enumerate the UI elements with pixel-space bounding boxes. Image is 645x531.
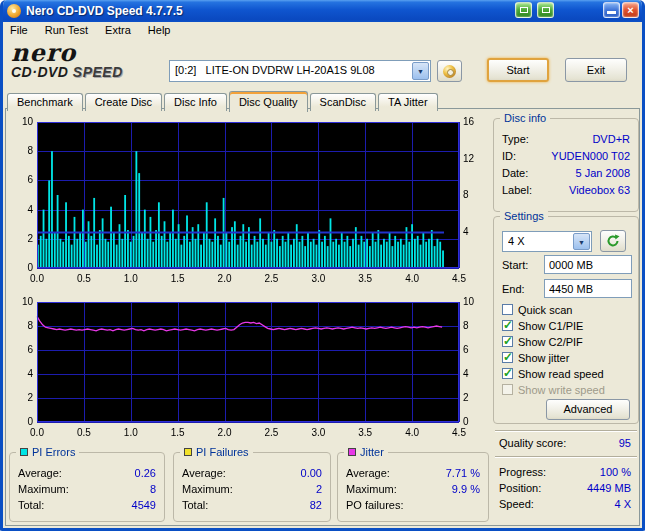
- menu-run-test[interactable]: Run Test: [38, 22, 95, 39]
- checkbox-quick-scan[interactable]: Quick scan: [502, 303, 572, 316]
- scan-speed-select[interactable]: 4 X ▼: [502, 231, 592, 252]
- nero-logo-brand: nero: [11, 42, 166, 64]
- window-title: Nero CD-DVD Speed 4.7.7.5: [26, 4, 183, 18]
- close-button[interactable]: ×: [622, 2, 639, 18]
- pi-failures-panel-legend: PI Failures: [180, 446, 253, 458]
- menu-extra[interactable]: Extra: [98, 22, 138, 39]
- app-icon: [7, 4, 21, 18]
- stat-label: Maximum:: [346, 483, 397, 495]
- refresh-button[interactable]: [600, 230, 626, 252]
- tab-benchmark[interactable]: Benchmark: [7, 93, 83, 111]
- checkbox-show-jitter[interactable]: Show jitter: [502, 351, 569, 364]
- checkbox-label: Show C1/PIE: [518, 320, 583, 332]
- jitter-color-chip: [348, 448, 356, 456]
- disc-id-label: ID:: [502, 150, 516, 162]
- disc-info-title: Disc info: [500, 112, 550, 124]
- panel-title: PI Errors: [32, 446, 75, 458]
- drive-select-value: [0:2] LITE-ON DVDRW LH-20A1S 9L08: [175, 64, 375, 76]
- panel-title: Jitter: [360, 446, 384, 458]
- progress-value: 100 %: [600, 466, 631, 478]
- stat-label: Maximum:: [18, 483, 69, 495]
- tab-disc-info[interactable]: Disc Info: [164, 93, 227, 111]
- disc-date-value: 5 Jan 2008: [576, 167, 630, 179]
- disc-label-label: Label:: [502, 184, 532, 196]
- checkbox-icon: [502, 304, 513, 315]
- divider: [495, 430, 637, 432]
- progress-label: Progress:: [499, 466, 546, 478]
- start-position-input[interactable]: [544, 255, 632, 274]
- stat-value: 82: [310, 499, 322, 511]
- nero-logo-speed: SPEED: [73, 64, 123, 80]
- scan-speed-value: 4 X: [508, 235, 525, 247]
- advanced-button[interactable]: Advanced: [546, 399, 630, 420]
- jitter-panel-legend: Jitter: [344, 446, 388, 458]
- menubar: File Run Test Extra Help: [3, 22, 642, 40]
- end-position-input[interactable]: [544, 279, 632, 298]
- settings-panel: Settings 4 X ▼ Start: End: Quick scan Sh…: [493, 216, 639, 424]
- stat-label: Average:: [182, 467, 226, 479]
- start-position-label: Start:: [502, 259, 528, 271]
- checkbox-label: Show C2/PIF: [518, 336, 583, 348]
- checkbox-label: Quick scan: [518, 304, 572, 316]
- chevron-down-icon[interactable]: ▼: [573, 233, 590, 250]
- quality-score-value: 95: [619, 437, 631, 449]
- chevron-down-icon[interactable]: ▼: [412, 62, 429, 80]
- minimize-button[interactable]: [603, 2, 620, 18]
- jitter-panel: Jitter Average: 7.71 % Maximum: 9.9 % PO…: [337, 452, 489, 522]
- menu-file[interactable]: File: [3, 22, 35, 39]
- position-value: 4449 MB: [587, 482, 631, 494]
- stat-label: Average:: [346, 467, 390, 479]
- tab-disc-quality[interactable]: Disc Quality: [229, 91, 308, 112]
- stat-value: 8: [150, 483, 156, 495]
- exit-button[interactable]: Exit: [565, 58, 627, 82]
- pi-failures-panel: PI Failures Average: 0.00 Maximum: 2 Tot…: [173, 452, 331, 522]
- checkbox-show-c1-pie[interactable]: Show C1/PIE: [502, 319, 583, 332]
- stat-value: 0.26: [135, 467, 156, 479]
- disc-id-value: YUDEN000 T02: [551, 150, 630, 162]
- checkbox-icon: [502, 336, 513, 347]
- stat-value: 4549: [132, 499, 156, 511]
- stat-label: PO failures:: [346, 499, 403, 511]
- tab-scandisc[interactable]: ScanDisc: [310, 93, 376, 111]
- checkbox-show-c2-pif[interactable]: Show C2/PIF: [502, 335, 583, 348]
- disc-label-value: Videobox 63: [569, 184, 630, 196]
- tab-bar: Benchmark Create Disc Disc Info Disc Qua…: [7, 89, 440, 110]
- checkbox-label: Show read speed: [518, 368, 604, 380]
- position-label: Position:: [499, 482, 541, 494]
- start-button[interactable]: Start: [487, 58, 549, 82]
- disc-info-panel: Disc info Type: DVD+R ID: YUDEN000 T02 D…: [493, 118, 639, 212]
- nero-logo: nero CD·DVD SPEED: [11, 42, 166, 88]
- quality-score-label: Quality score:: [499, 437, 566, 449]
- checkbox-show-write-speed[interactable]: Show write speed: [502, 383, 605, 396]
- titlebar[interactable]: Nero CD-DVD Speed 4.7.7.5 ×: [3, 0, 642, 22]
- minimize-icon: [607, 11, 616, 14]
- tab-create-disc[interactable]: Create Disc: [85, 93, 162, 111]
- speed-value: 4 X: [614, 498, 631, 510]
- stat-value: 0.00: [301, 467, 322, 479]
- drive-tool-button[interactable]: [437, 60, 462, 82]
- speed-label: Speed:: [499, 498, 534, 510]
- pie-color-chip: [20, 448, 28, 456]
- end-position-label: End:: [502, 283, 525, 295]
- stat-label: Total:: [182, 499, 208, 511]
- checkbox-icon: [502, 384, 513, 395]
- tab-ta-jitter[interactable]: TA Jitter: [378, 93, 438, 111]
- checkbox-icon: [502, 352, 513, 363]
- stat-value: 2: [316, 483, 322, 495]
- disc-type-value: DVD+R: [592, 133, 630, 145]
- jitter-chart: [9, 296, 489, 448]
- titlebar-green-button-2[interactable]: [537, 2, 554, 18]
- menu-help[interactable]: Help: [141, 22, 178, 39]
- drive-select[interactable]: [0:2] LITE-ON DVDRW LH-20A1S 9L08 ▼: [169, 60, 431, 82]
- checkbox-icon: [502, 320, 513, 331]
- checkbox-show-read-speed[interactable]: Show read speed: [502, 367, 604, 380]
- disc-type-label: Type:: [502, 133, 529, 145]
- disc-date-label: Date:: [502, 167, 528, 179]
- pi-errors-chart: [9, 116, 489, 294]
- window-icon: [520, 7, 528, 13]
- stat-value: 9.9 %: [452, 483, 480, 495]
- checkbox-label: Show jitter: [518, 352, 569, 364]
- stat-label: Total:: [18, 499, 44, 511]
- panel-title: PI Failures: [196, 446, 249, 458]
- titlebar-green-button-1[interactable]: [515, 2, 532, 18]
